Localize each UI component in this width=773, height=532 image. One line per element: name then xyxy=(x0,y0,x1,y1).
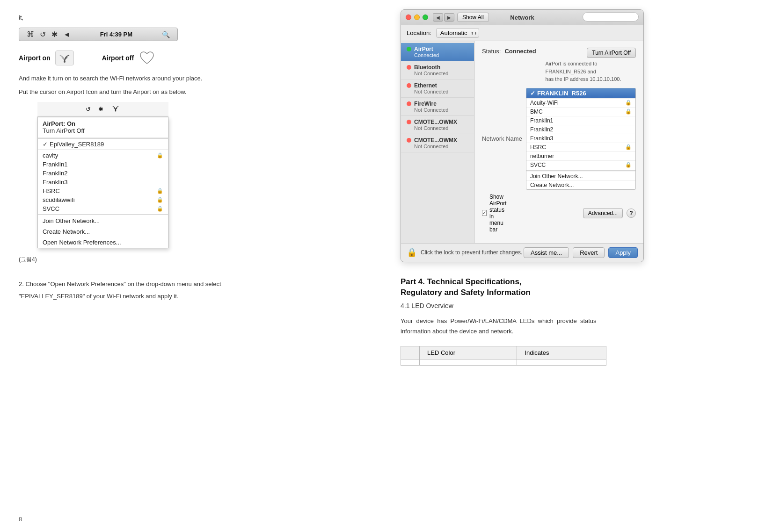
led-table: LED Color Indicates xyxy=(401,346,606,366)
sidebar-ethernet[interactable]: Ethernet Not Connected xyxy=(401,79,474,98)
sidebar-bluetooth[interactable]: Bluetooth Not Connected xyxy=(401,61,474,79)
wifi-bmc[interactable]: BMC🔒 xyxy=(526,107,635,116)
status-info: AirPort is connected to FRANKLIN_R526 an… xyxy=(546,60,636,83)
wifi-franklin3[interactable]: Franklin3 xyxy=(526,134,635,143)
network-dialog: ◀ ▶ Show All Network Location: Automatic xyxy=(401,9,644,262)
wifi-dropdown: ↺ ✱ AirPort: On Turn AirPort Off ✓EpiVal… xyxy=(37,102,168,248)
network-cavity[interactable]: cavity🔒 xyxy=(38,151,168,160)
network-franklin3[interactable]: Franklin3 xyxy=(38,178,168,187)
network-svcc[interactable]: SVCC🔒 xyxy=(38,204,168,213)
caption: (그림4) xyxy=(19,256,37,264)
wifi-hsrc[interactable]: HSRC🔒 xyxy=(526,143,635,151)
airport-status-dot xyxy=(407,47,411,51)
bluetooth-status-dot xyxy=(407,65,411,70)
ethernet-status-dot xyxy=(407,83,411,88)
advanced-button[interactable]: Advanced... xyxy=(583,208,623,218)
wifi-svcc[interactable]: SVCC🔒 xyxy=(526,160,635,169)
network-name-dropdown-container[interactable]: ✓ FRANKLIN_R526 Acuity-WiFi🔒 BMC🔒 Frankl… xyxy=(526,88,636,190)
assist-me-button[interactable]: Assist me... xyxy=(524,247,569,258)
revert-button[interactable]: Revert xyxy=(573,247,605,258)
minimize-button[interactable] xyxy=(414,14,420,20)
cmote2-status-dot xyxy=(407,138,411,143)
wifi-menubar-icon: ⌘̈ xyxy=(27,30,34,39)
airport-entry-sub: Connected xyxy=(407,52,470,58)
step2b: "EPIVALLEY_SER8189" of your Wi-Fi networ… xyxy=(19,292,368,302)
ethernet-entry-name: Ethernet xyxy=(414,82,437,89)
footer-left-controls: Click the lock to prevent further change… xyxy=(421,249,522,256)
wifi-franklin1[interactable]: Franklin1 xyxy=(526,116,635,125)
bluetooth-entry-name: Bluetooth xyxy=(414,64,440,71)
lock-area: 🔒 Click the lock to prevent further chan… xyxy=(407,247,522,258)
sidebar-airport[interactable]: AirPort Connected xyxy=(401,43,474,61)
airport-status-section: AirPort: On Turn AirPort Off xyxy=(38,117,168,137)
dropdown-icon1: ↺ xyxy=(86,106,91,113)
location-select-wrap[interactable]: Automatic xyxy=(436,28,479,38)
location-select[interactable]: Automatic xyxy=(436,28,479,38)
sidebar-cmote2[interactable]: CMOTE...OWMX Not Connected xyxy=(401,134,474,152)
part4-title: Part 4. Technical Specifications, Regula… xyxy=(401,276,759,299)
join-other-btn[interactable]: Join Other Network... xyxy=(526,172,635,180)
selected-network-item[interactable]: ✓EpiValley_SER8189 xyxy=(38,140,168,149)
network-franklin2[interactable]: Franklin2 xyxy=(38,169,168,178)
section41-title: 4.1 LED Overview xyxy=(401,302,759,309)
left-column: it, ⌘̈ ↺ ✱ ◄ Fri 4:39 PM 🔍 Airport on Ai… xyxy=(0,0,386,532)
status-label: Status: xyxy=(482,48,501,55)
maximize-button[interactable] xyxy=(423,14,428,20)
help-button[interactable]: ? xyxy=(627,208,636,218)
join-other-network[interactable]: Join Other Network... xyxy=(38,216,168,226)
show-airport-row: ✓ Show AirPort status in menu bar Advanc… xyxy=(482,194,636,233)
dropdown-icon2: ✱ xyxy=(98,106,103,113)
wifi-franklin2[interactable]: Franklin2 xyxy=(526,125,635,134)
show-all-button[interactable]: Show All xyxy=(457,13,489,22)
show-airport-checkbox[interactable]: ✓ xyxy=(482,210,487,216)
caption-row: (그림4) xyxy=(19,256,368,273)
dropdown-wifi-icon xyxy=(111,104,120,115)
network-hsrc[interactable]: HSRC🔒 xyxy=(38,187,168,195)
network-name-row: Network Name ✓ FRANKLIN_R526 Acuity-WiFi… xyxy=(482,88,636,190)
led-color-col-header: LED Color xyxy=(420,346,517,359)
location-label: Location: xyxy=(407,29,431,36)
wifi-netburner[interactable]: netburner xyxy=(526,151,635,160)
create-network[interactable]: Create Network... xyxy=(38,226,168,237)
ethernet-entry-sub: Not Connected xyxy=(407,89,470,94)
create-network-btn[interactable]: Create Network... xyxy=(526,180,635,189)
right-column: ◀ ▶ Show All Network Location: Automatic xyxy=(386,0,773,532)
turn-airport-off[interactable]: Turn AirPort Off xyxy=(43,127,163,134)
part4-title-text: Part 4. Technical Specifications, Regula… xyxy=(401,277,531,297)
search-menubar-icon: 🔍 xyxy=(162,31,170,38)
menubar-time: Fri 4:39 PM xyxy=(76,31,156,38)
led-color-cell xyxy=(401,359,420,366)
wifi-acuity[interactable]: Acuity-WiFi🔒 xyxy=(526,98,635,107)
sidebar-firewire[interactable]: FireWire Not Connected xyxy=(401,98,474,116)
network-franklin1[interactable]: Franklin1 xyxy=(38,160,168,169)
selected-network-name: FRANKLIN_R526 xyxy=(537,90,586,97)
cmote1-entry-sub: Not Connected xyxy=(407,125,470,131)
footer-right-buttons: Assist me... Revert Apply xyxy=(524,247,638,258)
open-network-prefs[interactable]: Open Network Preferences... xyxy=(38,237,168,248)
dialog-body: AirPort Connected Bluetooth Not Connecte… xyxy=(401,41,643,243)
apply-button[interactable]: Apply xyxy=(608,247,638,258)
dialog-search-input[interactable] xyxy=(583,12,639,22)
airport-entry-name: AirPort xyxy=(414,46,433,52)
turn-airport-off-button[interactable]: Turn AirPort Off xyxy=(587,48,636,58)
menubar: ⌘̈ ↺ ✱ ◄ Fri 4:39 PM 🔍 xyxy=(19,28,178,41)
back-button[interactable]: ◀ xyxy=(433,13,443,22)
dialog-nav: ◀ ▶ xyxy=(433,13,454,22)
table-row xyxy=(401,359,606,366)
close-button[interactable] xyxy=(406,14,411,20)
traffic-lights xyxy=(406,14,428,20)
body-text: Your device has Power/Wi-Fi/LAN/CDMA LED… xyxy=(401,316,759,337)
lock-icon[interactable]: 🔒 xyxy=(407,247,417,258)
part4-section: Part 4. Technical Specifications, Regula… xyxy=(401,276,759,366)
network-scudilawwifi[interactable]: scudilawwifi🔒 xyxy=(38,195,168,204)
main-panel: Status: Connected Turn AirPort Off AirPo… xyxy=(474,41,643,243)
instruction2: Put the cursor on Airport Icon and turn … xyxy=(19,87,368,97)
led-color-header xyxy=(401,346,420,359)
sidebar-cmote1[interactable]: CMOTE...OWMX Not Connected xyxy=(401,116,474,134)
bluetooth-menubar-icon: ✱ xyxy=(51,30,58,39)
page-number: 8 xyxy=(19,516,22,523)
svg-point-0 xyxy=(64,61,66,63)
forward-button[interactable]: ▶ xyxy=(444,13,454,22)
selected-network-display: ✓ FRANKLIN_R526 xyxy=(526,88,635,98)
network-list-box: ✓ FRANKLIN_R526 Acuity-WiFi🔒 BMC🔒 Frankl… xyxy=(526,88,636,190)
